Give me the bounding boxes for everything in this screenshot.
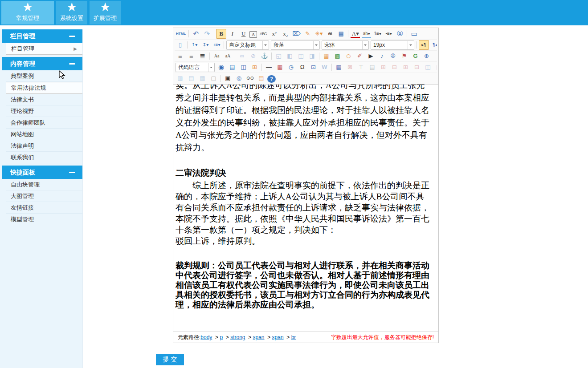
help-icon[interactable]: ? [267,75,276,83]
unlink-icon[interactable]: ⊘ [248,51,258,61]
music-icon[interactable]: ♪ [377,51,387,61]
sidebar-item[interactable]: 友情链接 [6,202,82,214]
preview-page-icon[interactable]: ◎ [234,73,244,83]
newpage-icon[interactable]: ▯ [175,40,185,50]
delete-col-icon[interactable]: ⊟ [412,62,422,72]
insert-row-icon[interactable]: ⊞ [378,62,388,72]
word-image-icon[interactable]: W [319,62,330,72]
special-chars-button[interactable]: Ω [297,62,307,72]
map-icon[interactable]: ⚑ [399,51,409,61]
to-uppercase-button[interactable]: Aa [212,51,222,61]
insert-image-icon[interactable]: ▦ [321,51,331,61]
background-icon[interactable]: ◫ [238,62,249,72]
insert-col-icon[interactable]: ⊞ [400,62,411,72]
table-caption-icon[interactable]: ▤ [367,62,377,72]
justify-center-button[interactable]: ≡ [175,51,185,61]
anchor-icon[interactable]: ⚓ [259,51,270,61]
bold-button[interactable]: B [216,29,226,39]
table-paragraph-before-icon[interactable]: ⊤ [356,62,366,72]
autotypeset-icon[interactable]: ✳▾ [314,29,324,39]
submit-button[interactable]: 提 交 [156,354,184,365]
snapscreen-icon[interactable]: ⊡ [308,62,318,72]
to-lowercase-button[interactable]: aA [223,51,233,61]
backcolor-button[interactable]: ab▾ [361,29,372,39]
doc-reader-icon[interactable]: ▢ [208,73,219,83]
code-language-select[interactable]: 代码语言 [176,63,215,72]
topbar-tab[interactable]: ★ 扩展管理 [90,1,121,24]
preview-monitor-icon[interactable]: ▭ [409,29,419,39]
superscript-button[interactable]: x² [269,29,279,39]
image-float-left-button[interactable]: ◧ [285,51,295,61]
merge-cells-icon[interactable]: ◫ [423,62,433,72]
delete-row-icon[interactable]: ⊟ [389,62,400,72]
sidebar-item[interactable]: 模型管理 [6,214,82,225]
ordered-list-button[interactable]: 1≡▾ [372,29,383,39]
font-size-select[interactable]: 19px [371,40,414,50]
direction-ltr-button[interactable]: ▸¶ [419,40,429,50]
sidebar-section-header[interactable]: 栏目管理 [2,29,82,43]
formatmatch-icon[interactable]: ✎ [302,29,313,39]
custom-style-select[interactable]: 自定义标题 [226,40,269,50]
subscript-button[interactable]: x₂ [280,29,290,39]
editor-content[interactable]: 实。从上诉人A公司的陈述可以分析出，A公司与其所聘的员工张光秀之间并非是转包关系… [173,85,438,332]
insert-code-icon[interactable]: ◉ [216,62,226,72]
image-manager-icon[interactable]: ▩ [332,51,343,61]
pagebreak-icon[interactable]: ▤ [227,62,237,72]
element-path-link[interactable]: strong [230,334,245,340]
paragraph-format-select[interactable]: 段落 [271,40,320,50]
emotion-icon[interactable]: ☺ [343,51,354,61]
paste-icon[interactable]: ▤ [256,73,266,83]
blockquote-button[interactable]: 66 [325,29,335,39]
fontborder-button[interactable]: A [249,31,257,38]
topbar-tab[interactable]: ★ 系统设置 [56,1,87,24]
italic-button[interactable]: I [227,29,237,39]
sidebar-item[interactable]: 联系我们 [6,152,82,163]
source-button[interactable]: HTML [175,29,187,39]
font-family-select[interactable]: 宋体 [322,40,369,50]
merge-right-icon[interactable]: ▤ [186,73,196,83]
image-float-center-button[interactable]: ◫ [296,51,306,61]
template-icon[interactable]: ⊞ [249,62,260,72]
search-replace-icon[interactable]: ⊙⊙ [245,73,255,83]
line-height-button[interactable]: ↕≡▾ [212,40,222,50]
link-icon[interactable]: ∞ [237,51,247,61]
sidebar-item[interactable]: 理论视野 [6,105,82,117]
insert-video-icon[interactable]: ▶ [366,51,376,61]
webapp-icon[interactable]: ⊕ [421,51,432,61]
removeformat-icon[interactable]: ⌦ [291,29,302,39]
sidebar-section-header[interactable]: 快捷面板 [2,166,82,179]
delete-table-icon[interactable]: ⊠ [345,62,355,72]
topbar-tab[interactable]: ★ 常规管理 [1,1,54,24]
insert-time-icon[interactable]: ◷ [286,62,296,72]
strikethrough-button[interactable]: ABC [258,29,268,39]
scrawl-icon[interactable]: ✐ [355,51,365,61]
selectall-icon[interactable]: ⓐ [395,29,405,39]
sidebar-item[interactable]: 栏目管理 ▶ [6,43,82,55]
print-icon[interactable]: ▣ [223,73,233,83]
sidebar-item[interactable]: 法律声明 [6,140,82,152]
gmap-icon[interactable]: G [410,51,421,61]
element-path-link[interactable]: p [220,334,223,340]
paragraph-spacing-bottom-button[interactable]: ↧▾ [200,40,211,50]
justify-right-button[interactable]: ≡ [186,51,196,61]
forecolor-button[interactable]: A▾ [350,29,360,39]
sidebar-item[interactable]: 自由块管理 [6,179,82,190]
element-path-link[interactable]: span [272,334,284,340]
undo-icon[interactable]: ↶ [191,29,201,39]
sidebar-item[interactable]: 大图管理 [6,190,82,202]
paragraph-spacing-top-button[interactable]: ↥▾ [189,40,200,50]
merge-down-icon[interactable]: ▥ [175,73,185,83]
sidebar-item[interactable]: 网站地图 [6,129,82,140]
underline-button[interactable]: U [238,29,249,39]
insert-cell-right-icon[interactable]: ▥ [434,62,437,72]
sidebar-item[interactable]: 法律文书 [6,94,82,105]
element-path-link[interactable]: body [200,334,212,340]
sidebar-item[interactable]: 典型案例 [6,70,82,82]
element-path-link[interactable]: br [291,334,296,340]
justify-justify-button[interactable]: ≣ [197,51,208,61]
insert-date-icon[interactable]: ▦ [275,62,285,72]
redo-icon[interactable]: ↷ [202,29,212,39]
pasteplain-icon[interactable]: ▤ [336,29,346,39]
sidebar-item[interactable]: 常用法律法规 [6,82,82,94]
insert-table-icon[interactable]: ▦ [334,62,344,72]
